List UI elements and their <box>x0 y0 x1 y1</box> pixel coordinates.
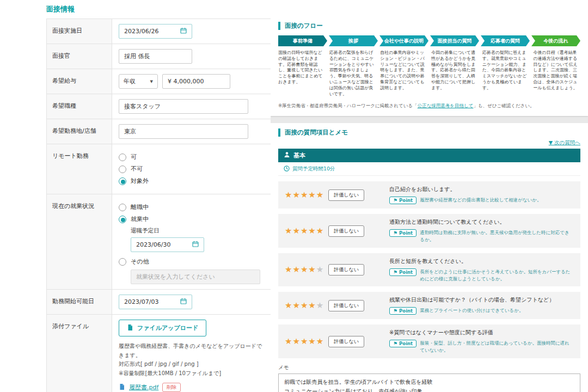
start-date-input[interactable]: 2023/07/03 <box>119 295 192 309</box>
radio-icon <box>119 258 126 266</box>
person-icon <box>284 151 290 160</box>
table-row: 面接官 採用 係長 <box>47 44 272 69</box>
field-label-job-type: 希望職種 <box>47 94 112 119</box>
field-label-remote: リモート勤務 <box>47 144 112 194</box>
table-row: リモート勤務 可 不可 対象外 <box>47 144 272 194</box>
flow-descriptions: 面接の日時や場所などの確認をしておきます。応募書類を確認し、重視して聞きたいこと… <box>278 50 580 97</box>
question-category-header: 基本 <box>278 149 580 162</box>
question-text: ※質問ではなくマナーや態度に関する評価 <box>389 329 574 336</box>
radio-remote-yes[interactable]: 可 <box>119 153 265 161</box>
employment-other-input[interactable]: 就業状況を入力してください <box>131 270 260 284</box>
radio-employment-other[interactable]: その他 <box>119 258 265 266</box>
file-upload-button[interactable]: ファイルアップロード <box>119 320 206 336</box>
table-row: 希望勤務地/店舗 東京 <box>47 119 272 144</box>
field-label-interviewer: 面接官 <box>47 44 112 69</box>
question-text: 長所と短所を教えてください。 <box>389 258 574 265</box>
questions-memo-card: 面接の質問項目とメモ ▼ 次の質問へ 基本 質問予定時間10分 ★★★★★ 評価… <box>271 123 588 392</box>
flow-description: 自社の事業内容やミッション・ビジョン・バリューなどについて説明をします。また、業… <box>380 50 427 97</box>
no-rating-button[interactable]: 評価しない <box>328 225 364 237</box>
pdf-file-icon <box>119 383 125 392</box>
delete-file-button[interactable]: 削除 <box>162 383 181 392</box>
star-rating[interactable]: ★★★★★ <box>285 191 324 199</box>
location-input[interactable]: 東京 <box>119 124 248 139</box>
retirement-date-block: 退職予定日 2023/06/30 <box>131 227 265 252</box>
retirement-date-input[interactable]: 2023/06/30 <box>131 237 204 252</box>
point-text: 履歴書や経歴書などの提出書類と比較して相違がないか。 <box>420 197 541 204</box>
job-type-input[interactable]: 接客スタッフ <box>119 99 248 114</box>
flow-description: 今後の日程（選考結果の連絡方法や連絡する日など）について伝えします。二次面接、三… <box>533 50 580 97</box>
calendar-icon[interactable] <box>180 298 187 306</box>
interview-date-input[interactable]: 2023/06/26 <box>119 24 192 39</box>
radio-employment-unemployed[interactable]: 離職中 <box>119 203 265 211</box>
flow-step-next-steps: 今後の流れ <box>531 35 580 46</box>
table-row: 勤務開始可能日 2023/07/03 <box>47 290 272 315</box>
interview-flow-card: 面接のフロー 事前準備 挨拶 会社や仕事の説明 面接担当の質問 応募者の質問 今… <box>271 16 588 116</box>
radio-icon <box>119 154 126 161</box>
flow-section-title: 面接のフロー <box>278 22 580 30</box>
point-badge: ⚑Point <box>389 197 416 204</box>
no-rating-button[interactable]: 評価しない <box>328 189 364 201</box>
radio-icon <box>119 216 126 223</box>
memo-label: メモ <box>278 364 580 371</box>
table-row: 面接実施日 2023/06/26 <box>47 19 272 44</box>
flow-step-interviewer-questions: 面接担当の質問 <box>430 35 479 46</box>
star-rating[interactable]: ★★★★★ <box>285 227 324 235</box>
star-rating[interactable]: ★★★★★ <box>285 338 324 346</box>
flow-step-preparation: 事前準備 <box>278 35 327 46</box>
field-label-attachments: 添付ファイル <box>47 315 112 392</box>
attached-file-row: 履歴書.pdf 削除 <box>119 383 265 392</box>
star-rating[interactable]: ★★★★★ <box>285 266 324 274</box>
point-badge: ⚑Point <box>389 307 416 315</box>
flag-icon: ⚑ <box>393 341 397 346</box>
point-text: 業務とプライベートの使い分けはできているか。 <box>420 307 523 314</box>
flow-step-greeting: 挨拶 <box>329 35 378 46</box>
table-row: 希望職種 接客スタッフ <box>47 94 272 119</box>
salary-amount-input[interactable]: ¥ 4,000,000 <box>162 74 230 89</box>
point-text: 通勤時間は勤務に支障が無いか。悪天候や急用が発生した時に対応できるか。 <box>420 229 574 243</box>
point-badge: ⚑Point <box>389 340 416 347</box>
question-item: ★★★★★ 評価しない ※質問ではなくマナーや態度に関する評価 ⚑Point 服… <box>278 324 580 358</box>
salary-type-select[interactable]: 年収 ▼ <box>119 74 158 89</box>
flow-step-company-explanation: 会社や仕事の説明 <box>379 35 428 46</box>
question-item: ★★★★★ 評価しない 長所と短所を教えてください。 ⚑Point 長所をどのよ… <box>278 253 580 287</box>
fair-selection-note: ※厚生労働省・都道府県労働局・ハローワークに掲載されている「公正な採用選考を目指… <box>278 103 580 109</box>
no-rating-button[interactable]: 評価しない <box>328 300 364 311</box>
interviewer-input[interactable]: 採用 係長 <box>119 49 192 64</box>
point-text: 長所をどのように仕事に活かそうと考えているか。短所をカバーするためにどの様に克服… <box>420 268 574 283</box>
flag-icon: ⚑ <box>393 270 397 275</box>
field-label-start-date: 勤務開始可能日 <box>47 290 112 315</box>
fair-selection-link[interactable]: 公正な採用選考を目指して <box>418 103 474 108</box>
memo-textarea[interactable]: 前職では販売員を担当。学生の頃アルバイトで飲食店を経験 コミュニケーション力に長… <box>278 373 580 392</box>
flow-description: 面接の日時や場所などの確認をしておきます。応募書類を確認し、重視して聞きたいこと… <box>278 50 326 97</box>
flag-icon: ⚑ <box>393 230 397 236</box>
table-row: 希望給与 年収 ▼ ¥ 4,000,000 <box>47 69 272 94</box>
question-item: ★★★★★ 評価しない 自己紹介をお願いします。 ⚑Point 履歴書や経歴書な… <box>278 181 580 209</box>
no-rating-button[interactable]: 評価しない <box>328 264 364 275</box>
question-item: ★★★★★ 評価しない 通勤方法と通勤時間について教えてください。 ⚑Point… <box>278 214 580 248</box>
chevron-down-icon: ▼ <box>150 79 153 84</box>
field-label-location: 希望勤務地/店舗 <box>47 119 112 144</box>
no-rating-button[interactable]: 評価しない <box>328 336 364 347</box>
question-item: ★★★★★ 評価しない 残業や休日出勤は可能ですか？（バイトの場合、希望シフトな… <box>278 292 580 319</box>
page-title: 面接情報 <box>46 4 272 14</box>
field-label-interview-date: 面接実施日 <box>47 19 112 44</box>
table-row: 現在の就業状況 離職中 就業中 退職予定日 2023/06/30 <box>47 194 272 290</box>
radio-remote-na[interactable]: 対象外 <box>119 177 265 185</box>
retirement-date-label: 退職予定日 <box>131 227 265 235</box>
radio-icon <box>119 166 126 173</box>
calendar-icon[interactable] <box>180 27 187 35</box>
question-time-row: 質問予定時間10分 <box>278 162 580 176</box>
questions-section-title: 面接の質問項目とメモ <box>278 128 580 137</box>
next-question-link[interactable]: ▼ 次の質問へ <box>278 139 580 146</box>
star-rating[interactable]: ★★★★★ <box>285 302 324 310</box>
flag-icon: ⚑ <box>393 198 397 203</box>
file-link-resume[interactable]: 履歴書.pdf <box>129 383 158 391</box>
field-label-salary: 希望給与 <box>47 69 112 94</box>
point-badge: ⚑Point <box>389 229 416 237</box>
flow-steps: 事前準備 挨拶 会社や仕事の説明 面接担当の質問 応募者の質問 今後の流れ <box>278 35 580 46</box>
calendar-icon[interactable] <box>192 241 199 249</box>
radio-employment-employed[interactable]: 就業中 <box>119 215 265 223</box>
question-text: 残業や休日出勤は可能ですか？（バイトの場合、希望シフトなど） <box>389 296 574 304</box>
radio-remote-no[interactable]: 不可 <box>119 165 265 173</box>
interview-guide-panel: 面接のフロー 事前準備 挨拶 会社や仕事の説明 面接担当の質問 応募者の質問 今… <box>271 16 588 392</box>
